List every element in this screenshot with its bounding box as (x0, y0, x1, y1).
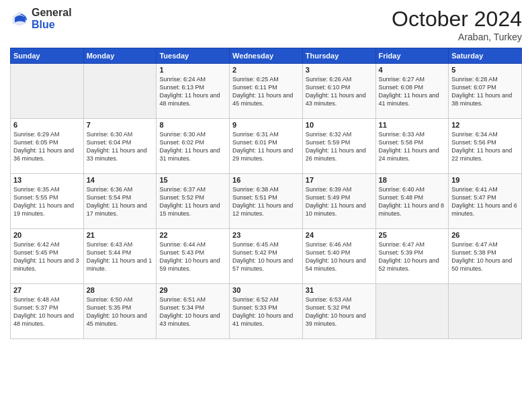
cell-line: Sunset: 5:40 PM (306, 249, 351, 256)
cell-content: Sunrise: 6:41 AMSunset: 5:47 PMDaylight:… (451, 185, 519, 218)
weekday-tuesday: Tuesday (157, 48, 230, 64)
calendar: SundayMondayTuesdayWednesdayThursdayFrid… (10, 48, 522, 339)
cell-line: Sunset: 5:48 PM (379, 194, 424, 201)
cell-line: Daylight: 11 hours and 22 minutes. (451, 147, 512, 162)
cell-content: Sunrise: 6:40 AMSunset: 5:48 PMDaylight:… (379, 185, 446, 218)
cell-content: Sunrise: 6:50 AMSunset: 5:35 PMDaylight:… (87, 295, 154, 328)
cell-line: Daylight: 10 hours and 54 minutes. (306, 257, 366, 272)
calendar-cell: 18Sunrise: 6:40 AMSunset: 5:48 PMDayligh… (375, 174, 449, 229)
cell-line: Sunrise: 6:30 AM (87, 131, 133, 138)
day-number: 21 (87, 231, 154, 239)
day-number: 9 (232, 121, 300, 129)
cell-line: Sunrise: 6:32 AM (306, 131, 352, 138)
cell-line: Sunset: 6:11 PM (232, 84, 277, 91)
cell-line: Sunset: 6:08 PM (379, 84, 424, 91)
calendar-cell: 10Sunrise: 6:32 AMSunset: 5:59 PMDayligh… (302, 119, 375, 174)
cell-line: Sunset: 5:51 PM (232, 194, 277, 201)
cell-line: Sunrise: 6:45 AM (232, 241, 279, 248)
day-number: 3 (306, 66, 373, 74)
cell-content: Sunrise: 6:48 AMSunset: 5:37 PMDaylight:… (13, 295, 81, 328)
calendar-body: 1Sunrise: 6:24 AMSunset: 6:13 PMDaylight… (11, 64, 522, 339)
cell-content: Sunrise: 6:27 AMSunset: 6:08 PMDaylight:… (379, 75, 446, 108)
cell-line: Sunset: 5:35 PM (87, 304, 132, 311)
day-number: 28 (87, 286, 154, 294)
cell-content: Sunrise: 6:33 AMSunset: 5:58 PMDaylight:… (379, 130, 446, 163)
weekday-saturday: Saturday (449, 48, 522, 64)
cell-line: Sunset: 5:33 PM (232, 304, 277, 311)
cell-content: Sunrise: 6:51 AMSunset: 5:34 PMDaylight:… (159, 295, 226, 328)
day-number: 5 (451, 66, 519, 74)
cell-line: Sunrise: 6:29 AM (13, 131, 60, 138)
logo: General Blue (10, 7, 72, 30)
cell-content: Sunrise: 6:39 AMSunset: 5:49 PMDaylight:… (306, 185, 373, 218)
calendar-cell (11, 64, 84, 119)
cell-line: Daylight: 11 hours and 8 minutes. (379, 202, 445, 217)
calendar-cell: 9Sunrise: 6:31 AMSunset: 6:01 PMDaylight… (230, 119, 303, 174)
cell-line: Sunset: 5:59 PM (306, 139, 351, 146)
cell-line: Daylight: 11 hours and 17 minutes. (87, 202, 147, 217)
day-number: 20 (13, 231, 81, 239)
cell-content: Sunrise: 6:52 AMSunset: 5:33 PMDaylight:… (232, 295, 300, 328)
weekday-sunday: Sunday (11, 48, 84, 64)
calendar-cell: 14Sunrise: 6:36 AMSunset: 5:54 PMDayligh… (83, 174, 157, 229)
cell-line: Sunrise: 6:41 AM (451, 186, 498, 193)
day-number: 18 (379, 176, 446, 184)
day-number: 10 (306, 121, 373, 129)
weekday-row: SundayMondayTuesdayWednesdayThursdayFrid… (11, 48, 522, 64)
calendar-cell: 30Sunrise: 6:52 AMSunset: 5:33 PMDayligh… (230, 284, 303, 339)
cell-content: Sunrise: 6:46 AMSunset: 5:40 PMDaylight:… (306, 240, 373, 273)
title-block: October 2024 Araban, Turkey (392, 7, 522, 42)
logo-blue: Blue (32, 19, 72, 31)
calendar-cell: 19Sunrise: 6:41 AMSunset: 5:47 PMDayligh… (449, 174, 522, 229)
calendar-header: SundayMondayTuesdayWednesdayThursdayFrid… (11, 48, 522, 64)
cell-line: Sunset: 5:39 PM (379, 249, 424, 256)
cell-line: Daylight: 11 hours and 6 minutes. (451, 202, 517, 217)
calendar-cell: 27Sunrise: 6:48 AMSunset: 5:37 PMDayligh… (11, 284, 84, 339)
cell-line: Sunset: 6:04 PM (87, 139, 132, 146)
calendar-cell: 26Sunrise: 6:47 AMSunset: 5:38 PMDayligh… (449, 229, 522, 284)
day-number: 16 (232, 176, 300, 184)
day-number: 25 (379, 231, 446, 239)
day-number: 14 (87, 176, 154, 184)
cell-line: Sunrise: 6:36 AM (87, 186, 133, 193)
calendar-week-row: 27Sunrise: 6:48 AMSunset: 5:37 PMDayligh… (11, 284, 522, 339)
cell-line: Sunset: 6:05 PM (13, 139, 58, 146)
cell-line: Daylight: 11 hours and 10 minutes. (306, 202, 366, 217)
page: General Blue October 2024 Araban, Turkey… (0, 0, 532, 411)
location-subtitle: Araban, Turkey (392, 32, 522, 42)
calendar-cell: 22Sunrise: 6:44 AMSunset: 5:43 PMDayligh… (157, 229, 230, 284)
cell-line: Sunset: 5:44 PM (87, 249, 132, 256)
header: General Blue October 2024 Araban, Turkey (10, 7, 522, 42)
day-number: 12 (451, 121, 519, 129)
cell-line: Daylight: 11 hours and 29 minutes. (232, 147, 293, 162)
calendar-cell (375, 284, 449, 339)
cell-content: Sunrise: 6:44 AMSunset: 5:43 PMDaylight:… (159, 240, 226, 273)
cell-line: Daylight: 10 hours and 45 minutes. (87, 312, 147, 327)
day-number: 29 (159, 286, 226, 294)
cell-line: Sunset: 5:38 PM (451, 249, 496, 256)
calendar-week-row: 1Sunrise: 6:24 AMSunset: 6:13 PMDaylight… (11, 64, 522, 119)
cell-content: Sunrise: 6:29 AMSunset: 6:05 PMDaylight:… (13, 130, 81, 163)
weekday-monday: Monday (83, 48, 157, 64)
calendar-cell: 16Sunrise: 6:38 AMSunset: 5:51 PMDayligh… (230, 174, 303, 229)
calendar-week-row: 13Sunrise: 6:35 AMSunset: 5:55 PMDayligh… (11, 174, 522, 229)
calendar-cell: 2Sunrise: 6:25 AMSunset: 6:11 PMDaylight… (230, 64, 303, 119)
day-number: 2 (232, 66, 300, 74)
calendar-week-row: 20Sunrise: 6:42 AMSunset: 5:45 PMDayligh… (11, 229, 522, 284)
cell-content: Sunrise: 6:53 AMSunset: 5:32 PMDaylight:… (306, 295, 373, 328)
cell-line: Sunset: 5:32 PM (306, 304, 351, 311)
cell-line: Sunset: 6:10 PM (306, 84, 351, 91)
cell-line: Daylight: 11 hours and 19 minutes. (13, 202, 74, 217)
cell-line: Sunset: 5:54 PM (87, 194, 132, 201)
cell-line: Sunrise: 6:35 AM (13, 186, 60, 193)
day-number: 4 (379, 66, 446, 74)
day-number: 26 (451, 231, 519, 239)
cell-content: Sunrise: 6:45 AMSunset: 5:42 PMDaylight:… (232, 240, 300, 273)
cell-line: Sunrise: 6:47 AM (379, 241, 425, 248)
calendar-cell: 31Sunrise: 6:53 AMSunset: 5:32 PMDayligh… (302, 284, 375, 339)
cell-line: Sunrise: 6:42 AM (13, 241, 60, 248)
cell-content: Sunrise: 6:30 AMSunset: 6:02 PMDaylight:… (159, 130, 226, 163)
calendar-cell: 17Sunrise: 6:39 AMSunset: 5:49 PMDayligh… (302, 174, 375, 229)
cell-line: Daylight: 10 hours and 48 minutes. (13, 312, 74, 327)
cell-line: Daylight: 10 hours and 41 minutes. (232, 312, 293, 327)
